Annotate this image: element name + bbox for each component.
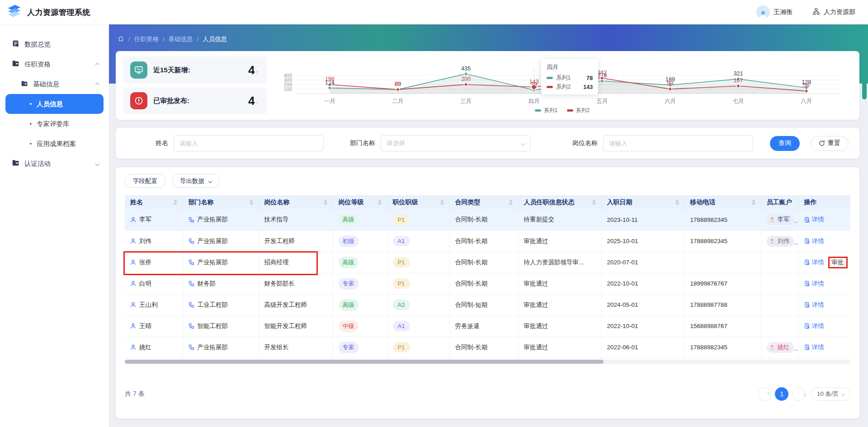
- detail-link[interactable]: 详情: [804, 322, 824, 330]
- horizontal-scrollbar-thumb[interactable]: [125, 360, 604, 364]
- sidebar-item-expert-pool[interactable]: 专家评委库: [0, 114, 109, 134]
- sort-icons[interactable]: [590, 200, 596, 205]
- sort-asc-icon[interactable]: [675, 200, 679, 202]
- table-row[interactable]: 张侨产业拓展部招商经理高级P1合同制-长期待人力资源部领导审...2020-07…: [125, 252, 850, 273]
- page-size-select[interactable]: 10 条/页: [811, 387, 850, 401]
- sort-desc-icon[interactable]: [752, 203, 755, 205]
- approve-link[interactable]: 审批: [828, 257, 848, 268]
- dept-select[interactable]: 请选择: [381, 135, 531, 151]
- sort-asc-icon[interactable]: [440, 200, 444, 202]
- sidebar-item-qualification[interactable]: 任职资格: [0, 54, 109, 74]
- svg-text:五月: 五月: [596, 98, 608, 104]
- vertical-scrollbar-thumb[interactable]: [862, 44, 867, 99]
- sort-asc-icon[interactable]: [174, 200, 177, 202]
- detail-icon: [804, 344, 810, 350]
- grade-badge: 高级: [339, 257, 359, 268]
- export-data-button[interactable]: 导出数据: [172, 174, 220, 188]
- sort-desc-icon[interactable]: [440, 203, 444, 205]
- cell-grade: 高级: [333, 252, 387, 273]
- detail-link[interactable]: 详情: [804, 237, 824, 245]
- detail-link[interactable]: 详情: [804, 216, 824, 224]
- current-page-button[interactable]: 1: [775, 387, 788, 401]
- post-input[interactable]: [603, 135, 753, 151]
- home-icon[interactable]: [118, 35, 124, 43]
- sort-icons[interactable]: [247, 200, 253, 205]
- sidebar-item-data-overview[interactable]: 数据总览: [0, 34, 109, 54]
- sort-desc-icon[interactable]: [675, 203, 679, 205]
- column-header[interactable]: 部门名称: [183, 195, 259, 209]
- detail-link[interactable]: 详情: [804, 343, 824, 352]
- legend-series2[interactable]: 系列2: [567, 107, 590, 114]
- reset-button[interactable]: 重置: [811, 136, 849, 151]
- sidebar-item-personnel-info[interactable]: 人员信息: [5, 94, 104, 114]
- sort-icons[interactable]: [438, 200, 444, 205]
- sort-icons[interactable]: [749, 200, 755, 205]
- prev-page-button[interactable]: [758, 387, 771, 401]
- cell-account: 姚红: [761, 337, 798, 358]
- sort-icons[interactable]: [506, 200, 513, 205]
- total-count: 共7条: [125, 390, 145, 398]
- table-row[interactable]: 姚红产业拓展部开发组长专家P1合同制-长期审批通过2022-06-0117888…: [125, 337, 850, 358]
- chevron-left-icon: [768, 391, 771, 395]
- table-row[interactable]: 李军产业拓展部技术指导高级P1合同制-长期待重新提交2023-10-111788…: [125, 209, 850, 230]
- column-header[interactable]: 姓名: [125, 195, 183, 209]
- table-row[interactable]: 王晴智能工程部智能开发工程师中级A1劳务派遣审批通过2022-10-011568…: [125, 315, 850, 337]
- sort-icons[interactable]: [375, 200, 382, 205]
- department-icon: [189, 302, 194, 308]
- up-arrow-icon: ↑: [256, 99, 259, 106]
- sort-desc-icon[interactable]: [378, 203, 382, 205]
- employee-account-tag: 姚红: [767, 342, 794, 353]
- detail-link[interactable]: 详情: [804, 258, 824, 267]
- column-header[interactable]: 合同类型: [449, 195, 518, 209]
- sort-asc-icon[interactable]: [592, 200, 596, 202]
- table-row[interactable]: 刘伟产业拓展部开发工程师初级A1合同制-长期审批通过2025-10-011788…: [125, 230, 850, 252]
- field-config-button[interactable]: 字段配置: [125, 174, 165, 188]
- sort-asc-icon[interactable]: [250, 200, 253, 202]
- sort-icons[interactable]: [673, 200, 679, 205]
- folder-icon: [12, 60, 19, 69]
- breadcrumb-item[interactable]: 基础信息: [169, 35, 193, 43]
- stat-label: 近15天新增:: [153, 66, 190, 75]
- detail-link[interactable]: 详情: [804, 301, 824, 309]
- table-card: 字段配置 导出数据 姓名部门名称岗位名称岗位等级职位职级合同类型人员任职信息状态…: [116, 167, 859, 418]
- legend-series1[interactable]: 系列1: [535, 107, 558, 114]
- query-button[interactable]: 查询: [770, 136, 800, 151]
- sort-asc-icon[interactable]: [324, 200, 327, 202]
- sort-icons[interactable]: [171, 200, 177, 205]
- svg-text:143: 143: [529, 79, 539, 85]
- sort-desc-icon[interactable]: [250, 203, 253, 205]
- sort-asc-icon[interactable]: [509, 200, 513, 202]
- detail-link[interactable]: 详情: [804, 280, 824, 288]
- cell-post: 技术指导: [259, 209, 333, 230]
- sort-desc-icon[interactable]: [509, 203, 513, 205]
- breadcrumb-item[interactable]: 任职资格: [134, 35, 159, 43]
- column-header[interactable]: 岗位等级: [333, 195, 387, 209]
- cell-contract: 合同制-长期: [449, 230, 518, 252]
- sort-desc-icon[interactable]: [324, 203, 327, 205]
- column-header[interactable]: 入职日期: [601, 195, 684, 209]
- sort-asc-icon[interactable]: [752, 200, 755, 202]
- sort-asc-icon[interactable]: [378, 200, 382, 202]
- topbar: 人力资源管理系统 王湘衡 人力资源部: [0, 0, 868, 24]
- column-header[interactable]: 职位职级: [387, 195, 449, 209]
- column-header[interactable]: 岗位名称: [259, 195, 333, 209]
- sidebar-item-certification-activity[interactable]: 认证活动: [0, 154, 109, 174]
- person-icon: [130, 323, 136, 329]
- column-header: 操作: [798, 195, 850, 209]
- cell-department: 产业拓展部: [183, 230, 259, 252]
- column-header[interactable]: 人员任职信息状态: [518, 195, 601, 209]
- name-input[interactable]: [174, 135, 324, 151]
- svg-text:400: 400: [284, 73, 292, 78]
- next-page-button[interactable]: [792, 387, 806, 401]
- sort-desc-icon[interactable]: [592, 203, 596, 205]
- sidebar-item-basic-info[interactable]: 基础信息: [0, 74, 109, 94]
- table-row[interactable]: 王山利工业工程部高级开发工程师高级A2合同制-短期审批通过2024-05-011…: [125, 294, 850, 315]
- column-header[interactable]: 移动电话: [684, 195, 761, 209]
- department-menu[interactable]: 人力资源部: [812, 8, 855, 17]
- sort-icons[interactable]: [321, 200, 327, 205]
- sort-desc-icon[interactable]: [174, 203, 177, 205]
- table-row[interactable]: 白明财务部财务部部长专家P1合同制-长期审批通过2022-10-01189998…: [125, 273, 850, 294]
- user-menu[interactable]: 王湘衡: [756, 5, 793, 19]
- cell-department: 产业拓展部: [183, 337, 259, 358]
- sidebar-item-achievement-archive[interactable]: 应用成果档案: [0, 134, 109, 154]
